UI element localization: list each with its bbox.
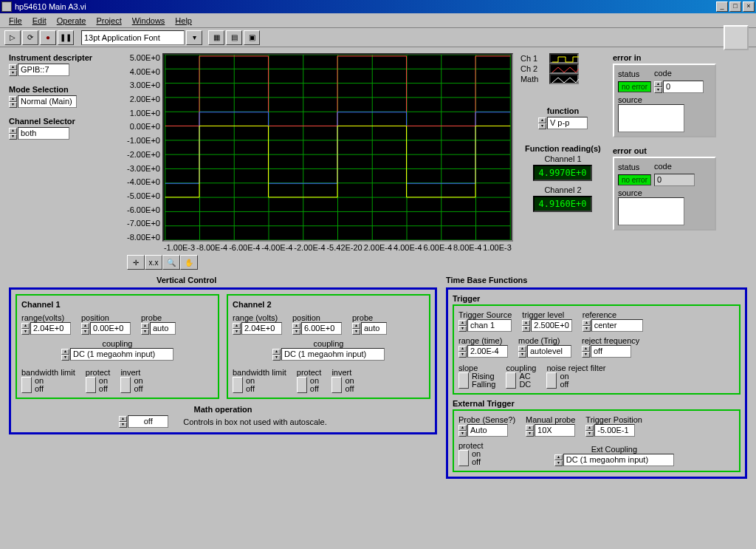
ch1-protect-switch[interactable]: onoff [86,377,108,393]
menu-windows[interactable]: Windows [128,15,170,27]
menu-operate[interactable]: Operate [52,15,91,27]
math-note: Controls in box not used with autoscale. [183,417,326,426]
ch2-position[interactable]: ▴▾6.00E+0 [292,322,342,335]
errout-code: 0 [654,174,695,186]
trigger-nrf[interactable]: onoff [546,372,568,389]
errin-code[interactable]: 0 [663,81,704,93]
instr-field[interactable]: ▴▾ GPIB::7 [9,64,120,76]
ext-trigger-panel: Probe (Sense?)▴▾Auto Manual probe▴▾10X T… [453,409,740,472]
font-dropdown[interactable]: ▾ [186,30,202,45]
maximize-button[interactable]: □ [729,1,741,12]
chan-label: Channel Selector [9,117,120,126]
title-bar: hp54610 Main A3.vi _ □ × [0,0,756,13]
errout-status: no error [618,174,651,185]
mode-field[interactable]: ▴▾ Normal (Main) [9,95,120,108]
xscale-tool[interactable]: x.x [145,255,162,270]
reorder-button[interactable]: ▣ [244,30,260,45]
ch2-protect-switch[interactable]: onoff [297,377,319,393]
ch1-coupling[interactable]: ▴▾DC (1 megaohm input) [21,348,213,361]
app-icon [1,1,12,12]
ch1-probe[interactable]: ▴▾auto [141,322,176,335]
ch2-coupling[interactable]: ▴▾DC (1 megaohm input) [233,348,425,361]
timebase-panel: Trigger Trigger Source▴▾chan 1 trigger l… [446,287,747,479]
legend-ch2-swatch [549,64,579,74]
readings-ch2-label: Channel 2 [520,185,605,194]
timebase-title: Time Base Functions [446,276,747,284]
errin-title: error in [613,53,716,62]
left-panel: Instrument descripter ▴▾ GPIB::7 Mode Se… [9,53,120,252]
ext-probe[interactable]: ▴▾Auto [458,424,508,437]
readings-ch1: 4.9970E+0 [533,165,592,181]
trigger-coupling[interactable]: ACDC [506,372,531,389]
ch1-bw-switch[interactable]: onoff [21,377,44,393]
instr-label: Instrument descripter [9,53,120,62]
trigger-mode[interactable]: ▴▾autolevel [518,345,571,358]
readings-ch2: 4.9160E+0 [533,196,592,212]
mode-label: Mode Selection [9,85,120,94]
legend-ch2-label: Ch 2 [520,64,546,73]
y-axis: 5.00E+04.00E+03.00E+02.00E+01.00E+00.00E… [127,53,162,242]
error-out: statusno error code 0 source [613,157,716,231]
trigger-rejfreq[interactable]: ▴▾off [582,345,631,358]
pause-button[interactable]: ❚❚ [58,30,74,45]
legend-math-swatch [549,74,579,84]
cursor-tool[interactable]: ✛ [127,255,145,270]
vertical-panel: Channel 1 range(volts)▴▾2.04E+0 position… [9,287,437,434]
menu-help[interactable]: Help [171,15,196,27]
ch1-range[interactable]: ▴▾2.04E+0 [21,322,71,335]
waveform-graph[interactable] [162,53,513,242]
graph-palette: ✛ x.x 🔍 ✋ [127,255,747,270]
abort-button[interactable]: ● [40,30,56,45]
x-axis: -1.00E-3-8.00E-4-6.00E-4-4.00E-4-2.00E-4… [162,243,513,252]
errout-source [618,197,684,225]
window-title: hp54610 Main A3.vi [15,2,715,11]
menu-edit[interactable]: Edit [28,15,51,27]
instr-value[interactable]: GPIB::7 [18,64,69,76]
legend-ch1-label: Ch 1 [520,54,546,63]
run-cont-button[interactable]: ⟳ [22,30,38,45]
chan-field[interactable]: ▴▾ both [9,127,120,140]
trigger-ref[interactable]: ▴▾center [583,319,643,332]
vi-icon[interactable] [724,25,749,50]
ch2-invert-switch[interactable]: onoff [331,377,354,393]
readings-ch1-label: Channel 1 [520,154,605,163]
menu-bar: File Edit Operate Project Windows Help [0,13,756,28]
instr-up[interactable]: ▴ [9,64,17,70]
ch1-invert-switch[interactable]: onoff [120,377,142,393]
ext-protect[interactable]: onoff [458,450,481,466]
font-selector[interactable]: 13pt Application Font [81,30,185,45]
function-field[interactable]: ▴▾ V p-p [520,117,605,129]
trigger-source[interactable]: ▴▾chan 1 [458,319,512,332]
readings-title: Function reading(s) [520,144,605,153]
trigger-range[interactable]: ▴▾2.00E-4 [458,345,508,358]
align-button[interactable]: ▦ [208,30,224,45]
chan-value[interactable]: both [18,127,69,140]
ch2-probe[interactable]: ▴▾auto [352,322,387,335]
menu-file[interactable]: File [4,15,27,27]
legend-ch1-swatch [549,53,579,64]
errin-status: no error [618,81,651,92]
mode-value[interactable]: Normal (Main) [18,95,77,108]
trigger-slope[interactable]: RisingFalling [458,372,495,389]
ch2-bw-switch[interactable]: onoff [233,377,255,393]
error-panel: error in statusno error code ▴▾0 source … [613,53,716,252]
legend-math-label: Math [520,75,546,83]
ext-coupling[interactable]: ▴▾DC (1 megaohm input) [554,454,674,466]
zoom-tool[interactable]: 🔍 [162,255,180,270]
distribute-button[interactable]: ▤ [226,30,242,45]
ext-trigpos[interactable]: ▴▾-5.00E-1 [585,424,635,437]
trigger-level[interactable]: ▴▾2.500E+0 [522,319,571,332]
menu-project[interactable]: Project [92,15,126,27]
run-button[interactable]: ▷ [4,30,21,45]
minimize-button[interactable]: _ [716,1,728,12]
math-op[interactable]: ▴▾off [119,415,168,428]
errin-source[interactable] [618,104,684,132]
ch2-range[interactable]: ▴▾2.04E+0 [233,322,282,335]
instr-down[interactable]: ▾ [9,70,17,76]
pan-tool[interactable]: ✋ [180,255,198,270]
ch1-position[interactable]: ▴▾0.00E+0 [81,322,131,335]
close-button[interactable]: × [743,1,755,12]
function-value[interactable]: V p-p [547,117,588,129]
vertical-title: Vertical Control [157,276,437,284]
ext-manual[interactable]: ▴▾10X [526,424,575,437]
